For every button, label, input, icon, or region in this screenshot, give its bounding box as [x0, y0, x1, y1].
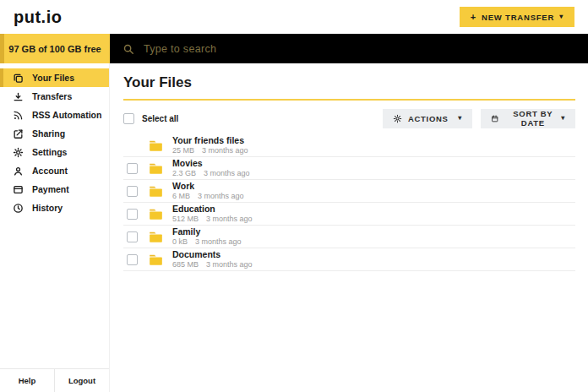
title-underline: [123, 99, 575, 101]
sidebar-item-payment[interactable]: Payment: [0, 180, 109, 199]
select-all-checkbox[interactable]: [123, 113, 134, 124]
file-row[interactable]: Your friends files 25 MB 3 months ago: [123, 134, 575, 157]
file-row[interactable]: Education 512 MB 3 months ago: [123, 203, 575, 226]
toolbar-buttons: ACTIONS ▾ SORT BY DATE ▾: [383, 109, 575, 128]
file-row[interactable]: Documents 685 MB 3 months ago: [123, 248, 575, 271]
calendar-icon: [491, 114, 498, 123]
top-bar: put.io + NEW TRANSFER ▾: [0, 0, 588, 34]
new-transfer-button[interactable]: + NEW TRANSFER ▾: [460, 7, 574, 27]
folder-icon: [148, 253, 164, 267]
folder-icon: [148, 161, 164, 176]
select-all-label: Select all: [142, 114, 178, 123]
sort-by-date-button[interactable]: SORT BY DATE ▾: [481, 109, 575, 128]
file-size: 25 MB: [172, 146, 194, 155]
putio-logo: put.io: [14, 8, 62, 27]
folder-icon: [148, 207, 164, 221]
file-age: 3 months ago: [206, 260, 253, 270]
sidebar-nav: Your Files Transfers RSS Automation Shar…: [0, 63, 109, 368]
row-checkbox[interactable]: [127, 186, 138, 197]
file-size: 685 MB: [172, 260, 199, 270]
search-icon: [122, 43, 134, 55]
sidebar-item-label: Your Files: [32, 73, 74, 83]
row-checkbox[interactable]: [127, 209, 138, 220]
rss-icon: [13, 110, 24, 121]
storage-badge[interactable]: 97 GB of 100 GB free: [0, 34, 110, 63]
sort-label: SORT BY DATE: [504, 109, 561, 128]
file-name[interactable]: Family: [172, 226, 242, 237]
sidebar-item-settings[interactable]: Settings: [0, 143, 109, 161]
storage-search-row: 97 GB of 100 GB free Type to search: [0, 34, 588, 63]
file-list: Your friends files 25 MB 3 months ago Mo…: [123, 134, 575, 271]
actions-button[interactable]: ACTIONS ▾: [383, 109, 472, 128]
storage-used-bar: [0, 34, 4, 63]
sidebar-item-label: RSS Automation: [32, 110, 101, 120]
chevron-down-icon: ▾: [559, 14, 564, 20]
file-name[interactable]: Movies: [172, 158, 250, 169]
sidebar-footer: Help Logout: [0, 368, 109, 392]
row-checkbox[interactable]: [127, 254, 138, 265]
help-button[interactable]: Help: [0, 369, 55, 392]
file-size: 0 kB: [172, 237, 188, 247]
settings-icon: [13, 147, 24, 158]
main-content: Your Files Select all ACTIONS ▾: [110, 63, 588, 392]
file-name[interactable]: Education: [172, 204, 253, 215]
gear-icon: [393, 114, 402, 123]
new-transfer-label: NEW TRANSFER: [482, 13, 554, 22]
sidebar-item-rss-automation[interactable]: RSS Automation: [0, 106, 109, 124]
file-row[interactable]: Movies 2.3 GB 3 months ago: [123, 157, 575, 180]
sidebar-item-label: Transfers: [32, 91, 72, 101]
search-input[interactable]: Type to search: [110, 34, 588, 63]
file-name[interactable]: Work: [172, 181, 244, 192]
sidebar-item-sharing[interactable]: Sharing: [0, 124, 109, 143]
sidebar-item-label: Settings: [32, 147, 67, 157]
file-size: 512 MB: [172, 215, 199, 224]
file-size: 2.3 GB: [172, 169, 196, 178]
file-row[interactable]: Family 0 kB 3 months ago: [123, 226, 575, 248]
actions-label: ACTIONS: [408, 114, 449, 123]
files-icon: [13, 73, 24, 84]
payment-icon: [13, 184, 24, 195]
file-age: 3 months ago: [206, 215, 253, 224]
putio-app: put.io + NEW TRANSFER ▾ 97 GB of 100 GB …: [0, 0, 588, 392]
sidebar-item-label: Account: [32, 166, 68, 176]
logout-button[interactable]: Logout: [55, 369, 109, 392]
folder-icon: [148, 139, 164, 153]
transfers-icon: [13, 91, 24, 102]
folder-icon: [148, 184, 164, 199]
file-name[interactable]: Documents: [172, 249, 253, 260]
file-age: 3 months ago: [198, 192, 244, 201]
sidebar-item-your-files[interactable]: Your Files: [0, 68, 109, 87]
history-icon: [13, 203, 24, 214]
sidebar-item-label: Sharing: [32, 128, 65, 139]
sidebar-item-label: History: [32, 203, 63, 213]
chevron-down-icon: ▾: [561, 115, 565, 122]
search-placeholder: Type to search: [144, 43, 216, 55]
folder-icon: [148, 230, 164, 244]
sidebar-item-history[interactable]: History: [0, 199, 109, 217]
file-row[interactable]: Work 6 MB 3 months ago: [123, 180, 575, 203]
row-checkbox[interactable]: [127, 163, 138, 174]
file-age: 3 months ago: [202, 146, 248, 155]
storage-label: 97 GB of 100 GB free: [8, 44, 101, 54]
plus-icon: +: [471, 12, 476, 22]
select-all[interactable]: Select all: [123, 113, 178, 124]
row-checkbox[interactable]: [127, 231, 138, 242]
sidebar-item-label: Payment: [32, 184, 69, 194]
sidebar-item-account[interactable]: Account: [0, 161, 109, 180]
chevron-down-icon: ▾: [458, 115, 462, 122]
file-age: 3 months ago: [204, 169, 250, 178]
file-size: 6 MB: [172, 192, 190, 201]
sharing-icon: [13, 128, 24, 139]
sidebar-item-transfers[interactable]: Transfers: [0, 87, 109, 106]
account-icon: [13, 166, 24, 177]
file-name[interactable]: Your friends files: [172, 135, 248, 146]
toolbar: Select all ACTIONS ▾ SORT BY DATE ▾: [123, 108, 575, 128]
page-title: Your Files: [123, 74, 575, 91]
sidebar: Your Files Transfers RSS Automation Shar…: [0, 63, 110, 392]
file-age: 3 months ago: [195, 237, 242, 247]
